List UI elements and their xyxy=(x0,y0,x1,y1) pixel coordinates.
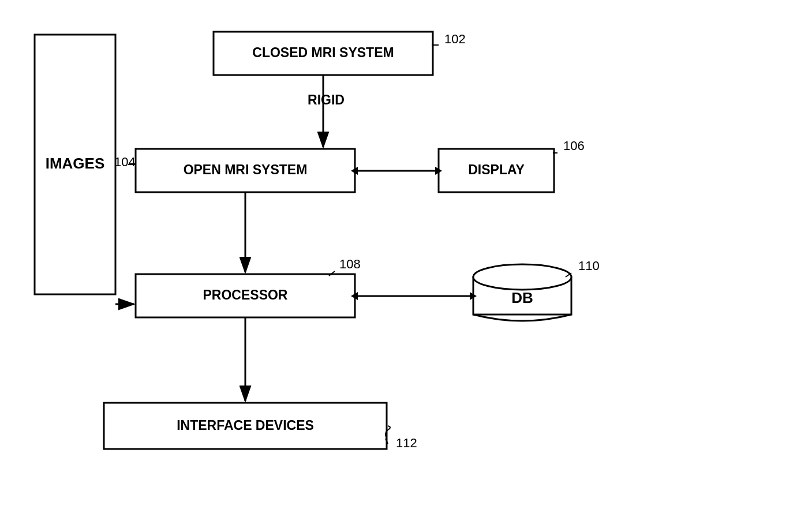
ref-102: 102 xyxy=(444,32,466,46)
ref-106: 106 xyxy=(563,139,585,153)
open-mri-label: OPEN MRI SYSTEM xyxy=(184,162,308,177)
closed-mri-label: CLOSED MRI SYSTEM xyxy=(252,45,394,60)
images-label: IMAGES xyxy=(46,155,105,172)
display-label: DISPLAY xyxy=(468,162,525,177)
processor-label: PROCESSOR xyxy=(203,287,288,302)
interface-devices-label: INTERFACE DEVICES xyxy=(177,418,314,433)
db-label: DB xyxy=(511,289,533,306)
ref-112: 112 xyxy=(396,436,417,450)
ref-104: 104 xyxy=(114,155,136,169)
ref-110: 110 xyxy=(578,259,600,273)
ref-108: 108 xyxy=(339,257,361,271)
diagram-container: IMAGES CLOSED MRI SYSTEM 102 RIGID OPEN … xyxy=(0,0,812,509)
rigid-label: RIGID xyxy=(308,92,345,107)
db-top xyxy=(473,264,571,290)
